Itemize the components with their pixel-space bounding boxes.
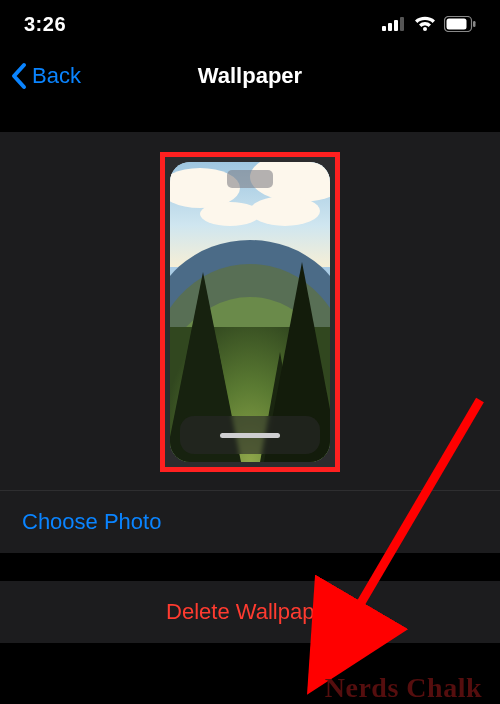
separator bbox=[0, 553, 500, 581]
svg-rect-0 bbox=[382, 26, 386, 31]
wallpaper-thumbnail bbox=[170, 162, 330, 462]
svg-rect-6 bbox=[447, 19, 467, 30]
wallpaper-preview-container bbox=[0, 132, 500, 490]
watermark: Nerds Chalk bbox=[325, 672, 482, 704]
separator bbox=[0, 104, 500, 132]
back-button[interactable]: Back bbox=[10, 62, 81, 90]
svg-rect-1 bbox=[388, 23, 392, 31]
status-bar: 3:26 bbox=[0, 0, 500, 48]
choose-photo-button[interactable]: Choose Photo bbox=[0, 491, 500, 553]
status-time: 3:26 bbox=[24, 13, 66, 36]
delete-section: Delete Wallpaper bbox=[0, 581, 500, 643]
svg-rect-3 bbox=[400, 17, 404, 31]
delete-wallpaper-button[interactable]: Delete Wallpaper bbox=[0, 581, 500, 643]
svg-rect-2 bbox=[394, 20, 398, 31]
wallpaper-section: Choose Photo bbox=[0, 132, 500, 553]
svg-rect-7 bbox=[473, 21, 476, 27]
wallpaper-preview[interactable] bbox=[160, 152, 340, 472]
wifi-icon bbox=[414, 16, 436, 32]
back-label: Back bbox=[32, 63, 81, 89]
svg-point-4 bbox=[423, 27, 427, 31]
dock-placeholder bbox=[180, 416, 320, 454]
chevron-left-icon bbox=[10, 62, 30, 90]
nav-bar: Back Wallpaper bbox=[0, 48, 500, 104]
signal-icon bbox=[382, 17, 406, 31]
dynamic-island-placeholder bbox=[227, 170, 273, 188]
status-right bbox=[382, 16, 476, 32]
battery-icon bbox=[444, 16, 476, 32]
